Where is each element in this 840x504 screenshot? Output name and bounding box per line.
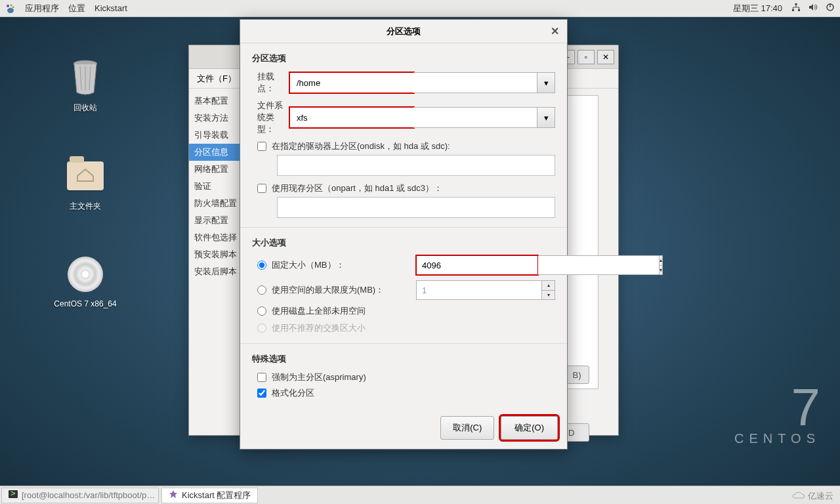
menu-file[interactable]: 文件（F） (197, 73, 236, 85)
volume-icon[interactable] (808, 3, 818, 14)
fixed-size-input-ext[interactable] (538, 255, 660, 275)
cancel-button[interactable]: 取消(C) (440, 416, 494, 440)
format-label: 格式化分区 (272, 387, 314, 399)
fs-combo-highlight (289, 107, 414, 128)
svg-rect-4 (792, 9, 794, 11)
sidebar-item-1[interactable]: 安装方法 (189, 110, 242, 127)
svg-rect-5 (798, 9, 800, 11)
svg-marker-15 (169, 490, 177, 498)
sidebar-item-4[interactable]: 网络配置 (189, 161, 242, 178)
sidebar-item-0[interactable]: 基本配置 (189, 93, 242, 110)
svg-point-2 (12, 6, 14, 8)
mount-dropdown-button[interactable]: ▾ (537, 72, 555, 93)
system-tray (791, 3, 835, 14)
svg-point-0 (7, 5, 9, 7)
network-icon[interactable] (791, 3, 801, 14)
home-label: 主文件夹 (46, 201, 125, 212)
clock[interactable]: 星期三 17:40 (733, 3, 782, 14)
power-icon[interactable] (826, 3, 835, 14)
svg-rect-6 (795, 3, 797, 5)
gnome-foot-icon (5, 3, 16, 14)
fixed-size-label: 固定大小（MB）： (272, 259, 345, 271)
taskbar-item-kickstart[interactable]: Kickstart 配置程序 (161, 488, 258, 503)
partition-options-dialog: 分区选项 ✕ 分区选项 挂载点： ▾ 文件系统类型： (240, 19, 568, 450)
dialog-title-text: 分区选项 (387, 26, 421, 37)
fill-radio[interactable] (257, 306, 266, 316)
section-size: 大小选项 (252, 237, 555, 249)
format-checkbox[interactable] (257, 388, 266, 398)
fs-input-ext[interactable] (413, 107, 537, 128)
max-size-label: 使用空间的最大限度为(MB)： (272, 284, 384, 296)
fixed-size-radio[interactable] (257, 261, 266, 270)
max-size-radio[interactable] (257, 285, 266, 295)
sidebar-item-5[interactable]: 验证 (189, 178, 242, 195)
close-icon[interactable]: ✕ (551, 25, 559, 37)
swap-label: 使用不推荐的交换区大小 (272, 322, 366, 334)
fs-input[interactable] (289, 107, 414, 128)
mount-combo-highlight (289, 72, 414, 93)
asprimary-label: 强制为主分区(asprimary) (272, 371, 366, 383)
sidebar-item-6[interactable]: 防火墙配置 (189, 195, 242, 212)
spin-up-icon[interactable]: ▴ (660, 255, 663, 265)
menu-applications[interactable]: 应用程序 (25, 3, 59, 14)
svg-text:>: > (10, 490, 16, 498)
centos-wallpaper-text: 7 CENTOS (734, 384, 820, 446)
fs-label: 文件系统类型： (257, 100, 289, 135)
sidebar-item-2[interactable]: 引导装载 (189, 127, 242, 144)
max-size-input[interactable] (416, 280, 542, 300)
disc-label: CentOS 7 x86_64 (46, 299, 125, 308)
top-panel: 应用程序 位置 Kickstart 星期三 17:40 (0, 0, 840, 17)
watermark: 亿速云 (792, 490, 833, 502)
dialog-titlebar: 分区选项 ✕ (240, 20, 567, 43)
terminal-icon: > (9, 490, 18, 500)
mount-label: 挂载点： (257, 71, 289, 94)
trash-label: 回收站 (46, 102, 125, 114)
bottom-taskbar: > [root@localhost:/var/lib/tftpboot/p… K… (0, 486, 840, 504)
ondisk-input[interactable] (277, 155, 555, 176)
section-special: 特殊选项 (252, 353, 555, 365)
ok-button[interactable]: 确定(O) (501, 416, 558, 440)
menu-places[interactable]: 位置 (68, 3, 85, 14)
onpart-input[interactable] (277, 197, 555, 218)
fixed-size-input[interactable] (416, 255, 538, 275)
maximize-button[interactable]: ▫ (578, 50, 595, 64)
spin-down-icon[interactable]: ▾ (660, 265, 663, 276)
onpart-label: 使用现存分区（onpart，如 hda1 或 sdc3）： (272, 182, 442, 194)
spin-down-icon[interactable]: ▾ (542, 290, 555, 301)
config-sidebar: 基本配置安装方法引导装载分区信息网络配置验证防火墙配置显示配置软件包选择预安装脚… (189, 89, 243, 435)
svg-point-3 (7, 8, 14, 13)
close-button[interactable]: ✕ (597, 50, 614, 64)
sidebar-item-7[interactable]: 显示配置 (189, 212, 242, 229)
trash-icon[interactable]: 回收站 (46, 56, 125, 114)
mount-input[interactable] (289, 72, 414, 93)
sidebar-item-9[interactable]: 预安装脚本 (189, 246, 242, 263)
svg-point-1 (10, 4, 12, 6)
section-partition: 分区选项 (252, 52, 555, 64)
kickstart-icon (169, 490, 178, 501)
sidebar-item-3[interactable]: 分区信息 (189, 144, 242, 161)
mount-input-ext[interactable] (413, 72, 537, 93)
taskbar-item-terminal[interactable]: > [root@localhost:/var/lib/tftpboot/p… (1, 488, 159, 503)
ondisk-label: 在指定的驱动器上分区(ondisk，如 hda 或 sdc): (272, 140, 450, 152)
swap-radio (257, 324, 266, 333)
sidebar-item-8[interactable]: 软件包选择 (189, 229, 242, 246)
asprimary-checkbox[interactable] (257, 373, 266, 382)
home-folder-icon[interactable]: 主文件夹 (46, 155, 125, 212)
bg-button-1[interactable]: B) (564, 366, 589, 384)
menu-appname[interactable]: Kickstart (94, 3, 127, 13)
onpart-checkbox[interactable] (257, 184, 266, 193)
sidebar-item-10[interactable]: 安装后脚本 (189, 263, 242, 280)
disc-icon[interactable]: CentOS 7 x86_64 (46, 253, 125, 308)
spin-up-icon[interactable]: ▴ (542, 280, 555, 290)
fill-label: 使用磁盘上全部未用空间 (272, 305, 366, 317)
ondisk-checkbox[interactable] (257, 142, 266, 151)
fs-dropdown-button[interactable]: ▾ (537, 107, 555, 128)
